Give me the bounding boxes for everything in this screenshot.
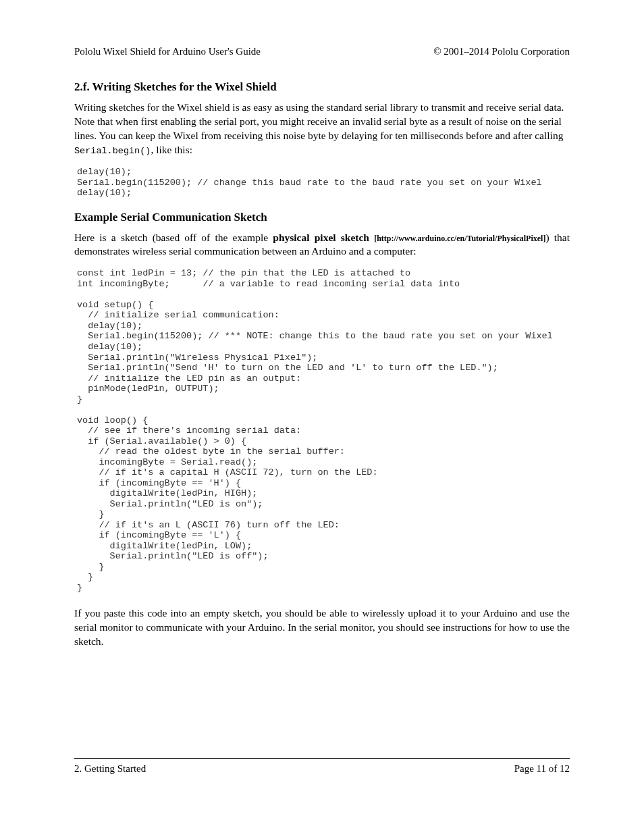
- code-block-sketch: const int ledPin = 13; // the pin that t…: [77, 268, 570, 593]
- header-copyright: © 2001–2014 Pololu Corporation: [433, 46, 570, 57]
- footer-page-number: Page 11 of 12: [514, 763, 570, 775]
- inline-code-serial-begin: Serial.begin(): [74, 146, 151, 156]
- code-block-delay: delay(10); Serial.begin(115200); // chan…: [77, 167, 570, 199]
- header-title: Pololu Wixel Shield for Arduino User's G…: [74, 46, 261, 57]
- document-page: Pololu Wixel Shield for Arduino User's G…: [0, 0, 644, 834]
- intro-text-b: , like this:: [151, 144, 192, 155]
- page-header: Pololu Wixel Shield for Arduino User's G…: [74, 46, 570, 57]
- subsection-heading: Example Serial Communication Sketch: [74, 211, 570, 224]
- physical-pixel-link-text[interactable]: physical pixel sketch: [273, 232, 374, 243]
- intro-text-a: Writing sketches for the Wixel shield is…: [74, 101, 564, 141]
- example-intro-paragraph: Here is a sketch (based off of the examp…: [74, 231, 570, 259]
- footer-rule: [74, 758, 570, 759]
- p2-text-a: Here is a sketch (based off of the examp…: [74, 232, 273, 243]
- page-footer: 2. Getting Started Page 11 of 12: [74, 758, 570, 775]
- intro-paragraph: Writing sketches for the Wixel shield is…: [74, 101, 570, 157]
- section-heading: 2.f. Writing Sketches for the Wixel Shie…: [74, 80, 570, 94]
- physical-pixel-link-url[interactable]: [http://www.arduino.cc/en/Tutorial/Physi…: [374, 234, 545, 243]
- closing-paragraph: If you paste this code into an empty ske…: [74, 606, 570, 649]
- footer-section: 2. Getting Started: [74, 763, 146, 775]
